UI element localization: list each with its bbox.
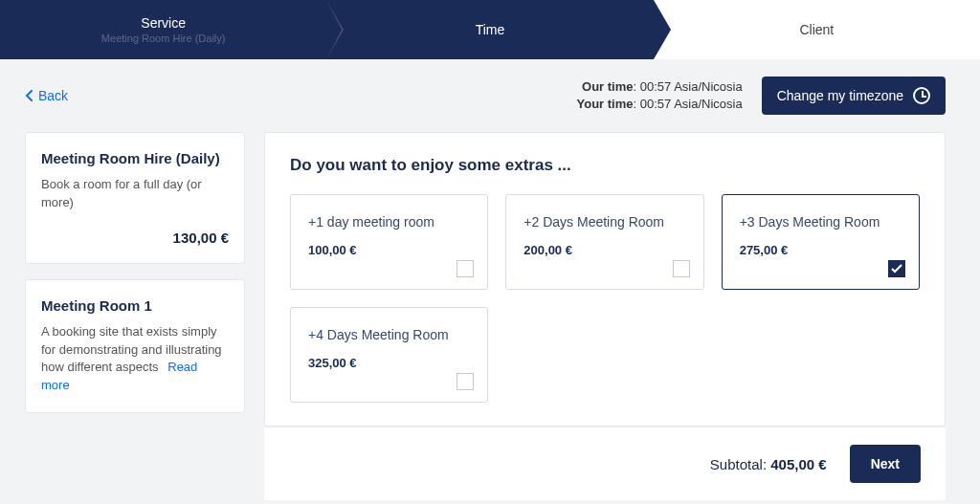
your-time-value: 00:57 Asia/Nicosia xyxy=(640,97,743,111)
checkbox[interactable] xyxy=(673,260,690,277)
extras-panel: Do you want to enjoy some extras ... +1 … xyxy=(264,132,946,427)
timezone-info: Our time: 00:57 Asia/Nicosia Your time: … xyxy=(577,78,743,112)
subtotal-label: Subtotal: xyxy=(710,456,767,472)
back-label: Back xyxy=(38,88,68,103)
change-timezone-button[interactable]: Change my timezone xyxy=(762,77,946,115)
clock-icon xyxy=(913,87,930,104)
back-button[interactable]: Back xyxy=(25,88,68,103)
step-sublabel: Meeting Room Hire (Daily) xyxy=(101,33,226,44)
step-service[interactable]: Service Meeting Room Hire (Daily) xyxy=(0,0,326,59)
extra-price: 275,00 € xyxy=(740,243,902,257)
toolbar: Back Our time: 00:57 Asia/Nicosia Your t… xyxy=(0,59,980,124)
extra-title: +1 day meeting room xyxy=(308,214,470,230)
chevron-left-icon xyxy=(25,89,34,102)
subtotal: Subtotal: 405,00 € xyxy=(710,456,827,472)
stepper: Service Meeting Room Hire (Daily) Time C… xyxy=(0,0,980,59)
footer: Subtotal: 405,00 € Next xyxy=(264,427,946,500)
extra-option-3days[interactable]: +3 Days Meeting Room 275,00 € xyxy=(722,194,920,290)
extra-option-4days[interactable]: +4 Days Meeting Room 325,00 € xyxy=(290,307,488,403)
extra-price: 325,00 € xyxy=(308,356,470,370)
service-title: Meeting Room Hire (Daily) xyxy=(41,150,229,166)
service-price: 130,00 € xyxy=(41,230,229,246)
extra-title: +3 Days Meeting Room xyxy=(740,214,902,230)
step-client: Client xyxy=(654,0,980,59)
our-time-label: Our time xyxy=(582,79,633,94)
service-desc: Book a room for a full day (or more) xyxy=(41,176,229,212)
checkbox[interactable] xyxy=(457,260,474,277)
extras-grid: +1 day meeting room 100,00 € +2 Days Mee… xyxy=(290,194,920,403)
extra-option-1day[interactable]: +1 day meeting room 100,00 € xyxy=(290,194,488,290)
room-card: Meeting Room 1 A booking site that exist… xyxy=(25,279,245,413)
service-card: Meeting Room Hire (Daily) Book a room fo… xyxy=(25,132,245,264)
extra-price: 200,00 € xyxy=(523,243,685,257)
step-time[interactable]: Time xyxy=(326,0,653,59)
our-time-value: 00:57 Asia/Nicosia xyxy=(640,79,743,94)
extras-heading: Do you want to enjoy some extras ... xyxy=(290,156,920,175)
extra-title: +4 Days Meeting Room xyxy=(308,327,470,342)
step-label: Service xyxy=(141,15,186,31)
step-label: Client xyxy=(799,22,834,37)
extra-title: +2 Days Meeting Room xyxy=(523,214,685,230)
room-title: Meeting Room 1 xyxy=(41,297,229,314)
check-icon xyxy=(891,264,902,274)
extra-option-2days[interactable]: +2 Days Meeting Room 200,00 € xyxy=(505,194,703,290)
next-button[interactable]: Next xyxy=(850,445,921,483)
subtotal-value: 405,00 € xyxy=(770,456,826,472)
step-label: Time xyxy=(476,22,505,37)
checkbox-checked[interactable] xyxy=(888,260,905,277)
checkbox[interactable] xyxy=(457,373,474,390)
extra-price: 100,00 € xyxy=(308,243,470,257)
your-time-label: Your time xyxy=(577,97,634,111)
sidebar: Meeting Room Hire (Daily) Book a room fo… xyxy=(25,132,245,413)
change-timezone-label: Change my timezone xyxy=(777,88,903,103)
